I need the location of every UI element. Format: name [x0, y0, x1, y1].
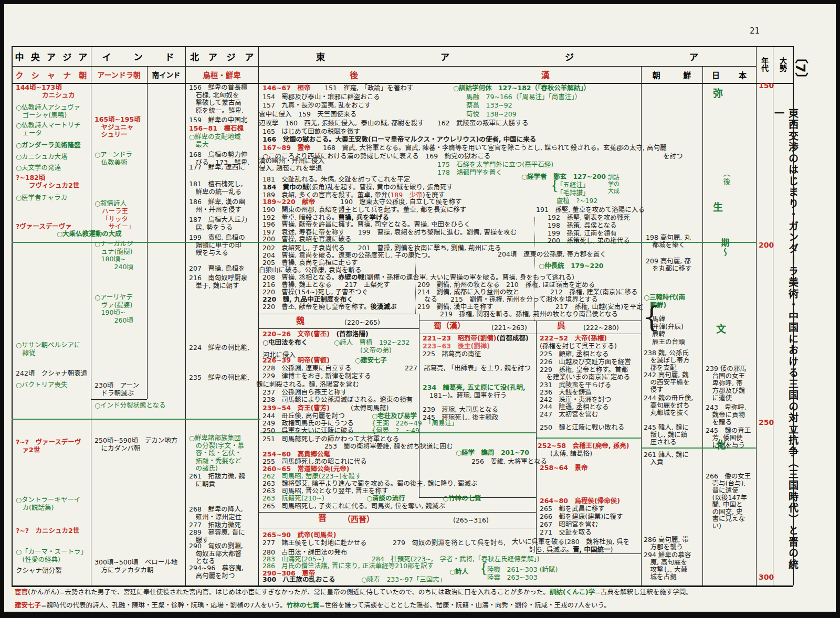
timeline-entry: 167~89 霊帝 [262, 144, 310, 152]
table-border-line [534, 217, 535, 321]
timeline-entry: 馬融 79~166（「周易注」「尚書注」） [466, 93, 581, 101]
timeline-entry: （西晋） [343, 516, 374, 524]
timeline-entry: 239~54 斉王(曹芳) [262, 404, 330, 412]
table-border-line [12, 46, 793, 47]
timeline-entry: (孫権を封じて呉王とする) [540, 343, 617, 350]
table-border-line [258, 328, 419, 329]
timeline-entry: 191 孫堅, 董卓を攻めて洛陽に入る [536, 206, 645, 214]
timeline-entry: ○このころより西域における漢の勢威しだいに衰える 169 鉤党の獄おこる [262, 153, 490, 161]
header-region-east-asia: 東アジア [258, 46, 756, 66]
timeline-entry: 271 交趾を取る [540, 529, 592, 537]
timeline-entry: ハーラ王 「サッタ サイー」 [102, 208, 135, 231]
timeline-entry: 181 檀石槐死し, 鮮卑の統一乱る [189, 180, 243, 196]
entry-segment: 220~26 文帝(曹丕) [262, 330, 330, 338]
timeline-entry: 300 八王族の乱おこる [262, 576, 335, 584]
timeline-entry: ○陳寿 233~97「三国志」 [361, 576, 446, 584]
year-gridline [536, 438, 641, 439]
year-label: 300 [759, 573, 774, 581]
timeline-entry: 229 孫権, 皇帝と称す。首都 を建業(いまの南京)に定める [540, 366, 630, 381]
table-border-line [702, 66, 703, 585]
timeline-entry: 146~67 桓帝 [262, 84, 310, 92]
timeline-entry: 250 魏と江陵に戦い敗れる [540, 424, 624, 432]
timeline-entry: ○アーンドラ 仏教美術 [94, 151, 132, 166]
timeline-entry: 279 匈奴の劉淵を将として呉を討ち, [393, 539, 506, 547]
japan-era-char: 文 [716, 325, 726, 333]
timeline-entry: ○アーリヤデ ヴァ(提婆) 190頃~ 260頃 [94, 294, 133, 324]
timeline-entry: 245 蔣琬死し, 後主親政 [423, 414, 498, 422]
entry-segment: 討ち, 呉滅ぶ。 [529, 546, 573, 553]
timeline-entry: 181 交趾乱れる。朱儁, 交趾を討ってこれを平定 [262, 176, 410, 184]
timeline-entry: 大いに呉軍を破る(280 魏将杜預, 呉を [512, 538, 629, 546]
header-dynasty-korea: 朝鮮 [641, 66, 702, 83]
page-number: 21 [750, 26, 760, 36]
timeline-entry: 243 卑弥呼, 魏帝に貢物 を贈る [706, 404, 747, 426]
timeline-entry: 200 曹操, 袁紹を官渡に破る [262, 236, 351, 243]
timeline-entry: (太傅司馬懿) [351, 404, 388, 412]
timeline-entry: 220 曹丕, 献帝を廃し皇帝を称す。後漢滅ぶ [262, 303, 397, 311]
timeline-entry: 198 孫策, 呉侯となる [548, 222, 616, 230]
timeline-entry: 177 鮮卑, 遼西に [189, 164, 245, 172]
timeline-entry: 181~)。蔣琬, 国事を行う [429, 392, 507, 400]
timeline-entry: 286 高句麗, 帯 方郡を襲う [644, 536, 689, 551]
timeline-entry: 192 孫堅, 劉表を攻め戦死 [548, 214, 630, 222]
timeline-entry: 228 公孫淵, 遼東に自立する [262, 365, 351, 372]
header-dynasty-andhra: アーンドラ朝 [91, 66, 147, 83]
timeline-entry: 219 孫権, 関羽を斬る。孫権, 荊州の牧となり南昌侯となる [440, 311, 618, 318]
timeline-entry: ○仲長統 179~220 [539, 262, 604, 270]
header-col-trend: 大勢 [773, 46, 793, 83]
timeline-entry: 200 孫策死し, 弟の権代る [548, 237, 630, 245]
entry-segment: ) [611, 546, 613, 553]
timeline-entry: 156 鮮卑の首長檀 石槐, 北匈奴を 撃破して蒙古高 原を統一。鮮卑, [189, 84, 247, 114]
section-header-jin: 晋 [318, 515, 327, 523]
header-region-central-asia: 中央アジア [12, 46, 91, 66]
timeline-entry: ○大乗仏教運動の大成 [57, 230, 121, 238]
footnote-segment: 竹林の七賢 [287, 601, 320, 609]
timeline-entry: 154 蜀郡及び泰山・琅邪に群盗おこる [262, 93, 380, 101]
timeline-entry: 199 袁紹, 烏桓の 蹋頓に単于の印 綬を与える [189, 234, 245, 257]
header-region-north-asia: 北アジア [185, 46, 258, 66]
timeline-entry: 198 高句麗, 丸 都城を築く [646, 234, 691, 249]
scanned-chronology-page: 21 〔7〕 東西交渉のはじまり・ガンダーラ美術・中国における三国の対立抗争（三… [0, 0, 840, 618]
table-border-line [91, 46, 91, 585]
timeline-entry: 盧植 ?~192 [556, 197, 597, 205]
timeline-entry: 290 匈奴の劉淵, 匈奴五部大都督 となる [189, 542, 243, 566]
year-label: 200 [759, 241, 774, 249]
timeline-entry: 265 司馬昭死し, 子炎これに代る。司馬炎, 位を奪い, 魏滅ぶ [262, 503, 445, 510]
timeline-entry: ○詩人 [449, 568, 468, 576]
timeline-entry: 157 九真・長沙の蛮夷, 乱をおこす [262, 102, 371, 110]
timeline-entry: 245 魏の斉王 芳, 倭国使 に物を与う [706, 427, 751, 449]
timeline-entry: 168 竇武, 大将軍となる。竇武, 陳蕃・李膺等を用いて宦官を除こうとし, 謀… [323, 144, 667, 152]
table-border-line [756, 46, 757, 585]
timeline-entry: 244 魏の毌丘倹, 高句麗を討ち 丸都城を抜く [644, 395, 693, 417]
section-header-wei: 魏 [296, 317, 304, 325]
table-border-line [12, 66, 756, 67]
japan-era-char: 弥 [713, 90, 723, 98]
section-header-shu: 蜀（漢） [434, 322, 465, 330]
timeline-entry: 190 遼東太守公孫度, 自立して侯を称す [340, 198, 461, 206]
timeline-entry: 234 諸葛亮, 五丈原にて没(孔明, [423, 384, 526, 392]
timeline-entry: 187 烏桓大人丘力 居, 勢をうる [189, 216, 247, 231]
timeline-entry: 245 韓人, 魏に 叛し, 魏に鎮 圧される [644, 424, 689, 446]
timeline-entry: ?~? カニシュカ2世 [16, 527, 79, 535]
footnote-segment: =魏時代の代表的詩人、孔融・陳琳・王粲・徐幹・阮瑀・応瑒・劉楨の7人をいう。 [41, 601, 287, 609]
header-dynasty-japan: 日本 [702, 66, 756, 83]
timeline-entry: 230頃 アーン ドラ朝滅ぶ [94, 382, 139, 397]
footnote-line: 建安七子=魏時代の代表的詩人、孔融・陳琳・王粲・徐幹・阮瑀・応瑒・劉楨の7人をい… [15, 602, 611, 610]
timeline-entry: 300頃~500頃 ベロール地 方にヴァカタカ朝 [94, 559, 177, 574]
timeline-entry: 229 律博士をおき, 新律を制定する [262, 372, 371, 380]
footnote-segment: 宦官 [15, 588, 28, 596]
entry-segment: 晋, 中国統一 [573, 546, 611, 553]
footnote-line: 宦官(かんがん)=去勢された男子で、宮廷に奉仕使役された宮内官。はじめは小宦にす… [15, 589, 692, 596]
timeline-entry: 261 韓人, 魏に 入貢 [644, 451, 689, 466]
timeline-entry: ○経学者 鄭玄 127~200 [521, 173, 606, 181]
timeline-entry: 239 倭の邪馬 台国の女王 卑弥呼, 帯 方郡及び魏 に遣使 [706, 365, 747, 402]
table-border-line [419, 314, 419, 497]
table-border-line [258, 528, 536, 528]
footnote-segment: (かんがん)=去勢された男子で、宮廷に奉仕使役された宮内官。はじめは小宦にすぎな… [28, 588, 550, 596]
header-dynasty-south-india: 南インド [147, 66, 185, 83]
japan-era-char: （後 [722, 169, 730, 186]
year-label: 250 [759, 419, 774, 427]
timeline-entry: 238 魏, 公孫氏 を滅ぼし帯方 郡を支配 [644, 349, 690, 371]
timeline-entry: ○医学者チャラカ [16, 194, 67, 202]
timeline-entry: (265~316) [453, 517, 489, 525]
